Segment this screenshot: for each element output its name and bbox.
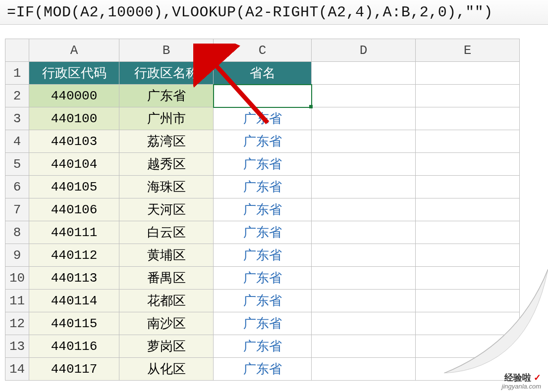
cell[interactable]: 440104 — [29, 153, 119, 176]
cell[interactable]: 广东省 — [214, 335, 312, 358]
cell[interactable] — [312, 176, 416, 198]
col-header-b[interactable]: B — [119, 39, 214, 62]
cell[interactable]: 440106 — [29, 198, 119, 221]
grid[interactable]: A B C D E 1 行政区代码 行政区名称 省名 2 440000 广东省 … — [5, 39, 520, 381]
cell[interactable] — [416, 267, 520, 290]
cell[interactable] — [416, 130, 520, 153]
header-cell-a[interactable]: 行政区代码 — [29, 62, 119, 85]
cell[interactable] — [312, 312, 416, 335]
row-header[interactable]: 13 — [5, 335, 29, 358]
cell[interactable] — [416, 62, 520, 85]
cell[interactable] — [312, 244, 416, 267]
row-header[interactable]: 3 — [5, 107, 29, 130]
cell[interactable]: 广东省 — [214, 176, 312, 198]
cell[interactable] — [312, 358, 416, 381]
cell[interactable] — [312, 153, 416, 176]
row-header[interactable]: 1 — [5, 62, 29, 85]
row-header[interactable]: 5 — [5, 153, 29, 176]
cell[interactable]: 黄埔区 — [119, 244, 214, 267]
watermark-url: jingyanla.com — [502, 383, 542, 390]
row-header[interactable]: 2 — [5, 85, 29, 107]
cell[interactable]: 天河区 — [119, 198, 214, 221]
cell[interactable]: 花都区 — [119, 290, 214, 312]
formula-bar[interactable]: =IF(MOD(A2,10000),VLOOKUP(A2-RIGHT(A2,4)… — [0, 0, 548, 25]
row-header[interactable]: 12 — [5, 312, 29, 335]
cell[interactable] — [312, 130, 416, 153]
cell[interactable]: 番禺区 — [119, 267, 214, 290]
row-header[interactable]: 9 — [5, 244, 29, 267]
cell[interactable] — [312, 107, 416, 130]
cell[interactable]: 440100 — [29, 107, 119, 130]
cell[interactable] — [416, 221, 520, 244]
row-header[interactable]: 6 — [5, 176, 29, 198]
cell[interactable]: 440115 — [29, 312, 119, 335]
cell[interactable]: 广东省 — [214, 290, 312, 312]
cell[interactable]: 广东省 — [214, 244, 312, 267]
cell[interactable]: 广东省 — [214, 153, 312, 176]
cell[interactable]: 南沙区 — [119, 312, 214, 335]
cell[interactable] — [312, 62, 416, 85]
cell[interactable] — [312, 85, 416, 107]
cell[interactable] — [416, 107, 520, 130]
cell[interactable]: 广东省 — [119, 85, 214, 107]
row-header[interactable]: 8 — [5, 221, 29, 244]
cell[interactable]: 从化区 — [119, 358, 214, 381]
cell[interactable]: 440113 — [29, 267, 119, 290]
cell[interactable]: 广东省 — [214, 358, 312, 381]
cell[interactable]: 海珠区 — [119, 176, 214, 198]
row-header[interactable]: 7 — [5, 198, 29, 221]
select-all-corner[interactable] — [5, 39, 29, 62]
watermark-text: 经验啦 — [504, 373, 531, 383]
cell[interactable] — [416, 290, 520, 312]
cell[interactable]: 广东省 — [214, 221, 312, 244]
cell[interactable]: 越秀区 — [119, 153, 214, 176]
cell[interactable] — [416, 312, 520, 335]
row-header[interactable]: 11 — [5, 290, 29, 312]
cell[interactable] — [312, 198, 416, 221]
cell[interactable]: 萝岗区 — [119, 335, 214, 358]
row-header[interactable]: 10 — [5, 267, 29, 290]
cell[interactable] — [416, 153, 520, 176]
cell[interactable]: 440103 — [29, 130, 119, 153]
cell[interactable] — [416, 176, 520, 198]
cell[interactable]: 广州市 — [119, 107, 214, 130]
formula-text: =IF(MOD(A2,10000),VLOOKUP(A2-RIGHT(A2,4)… — [7, 4, 493, 21]
cell[interactable]: 广东省 — [214, 130, 312, 153]
col-header-d[interactable]: D — [312, 39, 416, 62]
col-header-c[interactable]: C — [214, 39, 312, 62]
cell[interactable] — [312, 290, 416, 312]
cell[interactable]: 白云区 — [119, 221, 214, 244]
check-icon: ✓ — [534, 373, 541, 383]
cell[interactable] — [312, 335, 416, 358]
cell[interactable]: 440111 — [29, 221, 119, 244]
spreadsheet: A B C D E 1 行政区代码 行政区名称 省名 2 440000 广东省 … — [0, 25, 548, 381]
cell[interactable] — [416, 335, 520, 358]
cell[interactable]: 荔湾区 — [119, 130, 214, 153]
cell[interactable]: 440112 — [29, 244, 119, 267]
cell[interactable]: 440117 — [29, 358, 119, 381]
col-header-e[interactable]: E — [416, 39, 520, 62]
cell[interactable]: 440116 — [29, 335, 119, 358]
cell[interactable]: 440114 — [29, 290, 119, 312]
cell[interactable]: 广东省 — [214, 198, 312, 221]
cell[interactable]: 440000 — [29, 85, 119, 107]
row-header[interactable]: 4 — [5, 130, 29, 153]
cell[interactable] — [416, 244, 520, 267]
cell[interactable] — [312, 267, 416, 290]
cell[interactable]: 广东省 — [214, 312, 312, 335]
watermark: 经验啦 ✓ jingyanla.com — [502, 373, 542, 390]
col-header-a[interactable]: A — [29, 39, 119, 62]
cell[interactable] — [416, 85, 520, 107]
active-cell[interactable] — [214, 85, 312, 107]
cell[interactable] — [312, 221, 416, 244]
cell[interactable]: 广东省 — [214, 267, 312, 290]
header-cell-b[interactable]: 行政区名称 — [119, 62, 214, 85]
row-header[interactable]: 14 — [5, 358, 29, 381]
cell[interactable]: 广东省 — [214, 107, 312, 130]
header-cell-c[interactable]: 省名 — [214, 62, 312, 85]
cell[interactable]: 440105 — [29, 176, 119, 198]
cell[interactable] — [416, 198, 520, 221]
